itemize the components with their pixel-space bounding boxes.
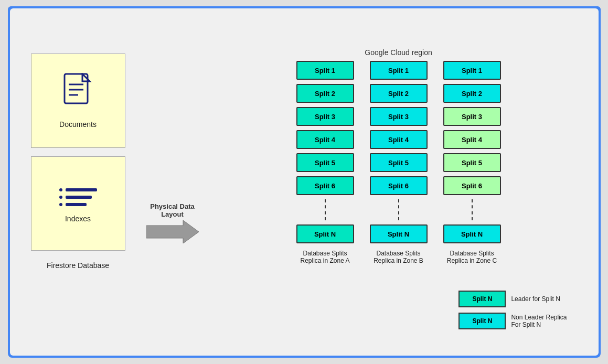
zone-c-split-1: Split 1 (443, 61, 501, 80)
zone-a-column: Split 1 Split 2 Split 3 Split 4 Split 5 … (296, 61, 354, 264)
zone-c-dashed-line (472, 199, 473, 220)
zone-b-split-3: Split 3 (370, 107, 428, 126)
zone-b-column: Split 1 Split 2 Split 3 Split 4 Split 5 … (370, 61, 428, 264)
legend-non-leader: Split N Non Leader ReplicaFor Split N (458, 313, 567, 329)
documents-box: Documents (31, 53, 125, 148)
inner-frame: Documents Indexes Firestore Database Phy… (10, 8, 599, 356)
zone-c-split-n: Split N (443, 224, 501, 243)
zone-b-label: Database SplitsReplica in Zone B (374, 250, 423, 264)
left-panel: Documents Indexes Firestore Database (20, 48, 136, 345)
zone-b-split-4: Split 4 (370, 130, 428, 149)
zone-a-split-3: Split 3 (296, 107, 354, 126)
zone-c-split-4: Split 4 (443, 130, 501, 149)
index-icon (55, 184, 101, 210)
svg-rect-0 (65, 74, 88, 103)
zone-b-split-6: Split 6 (370, 176, 428, 195)
zone-b-split-n: Split N (370, 224, 428, 243)
svg-marker-4 (146, 220, 199, 243)
document-icon (62, 73, 94, 116)
zone-a-split-5: Split 5 (296, 153, 354, 172)
zone-c-split-6: Split 6 (443, 176, 501, 195)
region-label: Google Cloud region (209, 48, 588, 57)
zone-c-split-5: Split 5 (443, 153, 501, 172)
legend: Split N Leader for Split N Split N Non L… (458, 291, 567, 329)
zone-c-split-3: Split 3 (443, 107, 501, 126)
zone-a-split-6: Split 6 (296, 176, 354, 195)
zone-a-split-1: Split 1 (296, 61, 354, 80)
legend-leader: Split N Leader for Split N (458, 291, 567, 307)
zone-a-label: Database SplitsReplica in Zone A (300, 250, 349, 264)
outer-frame: Google Cloud (8, 6, 601, 358)
zone-b-split-2: Split 2 (370, 84, 428, 103)
legend-non-leader-box: Split N (458, 313, 506, 329)
zone-a-dashed-line (325, 199, 326, 220)
zone-a-split-n: Split N (296, 224, 354, 243)
zone-b-split-5: Split 5 (370, 153, 428, 172)
indexes-box: Indexes (31, 156, 125, 251)
zone-a-split-4: Split 4 (296, 130, 354, 149)
zone-c-split-2: Split 2 (443, 84, 501, 103)
legend-non-leader-text: Non Leader ReplicaFor Split N (511, 314, 567, 328)
zone-c-column: Split 1 Split 2 Split 3 Split 4 Split 5 … (443, 61, 501, 264)
firestore-title: Firestore Database (47, 261, 109, 270)
arrow-area: Physical DataLayout (136, 48, 209, 345)
arrow-shape (146, 220, 199, 243)
legend-leader-box: Split N (458, 291, 506, 307)
zone-b-dashed-line (398, 199, 399, 220)
documents-label: Documents (59, 120, 97, 129)
zone-c-label: Database SplitsReplica in Zone C (447, 250, 497, 264)
splits-container: Split 1 Split 2 Split 3 Split 4 Split 5 … (209, 61, 588, 264)
zone-a-split-2: Split 2 (296, 84, 354, 103)
zone-b-split-1: Split 1 (370, 61, 428, 80)
indexes-label: Indexes (65, 215, 91, 223)
arrow-label: Physical DataLayout (150, 202, 195, 218)
right-panel: Google Cloud region Split 1 Split 2 Spli… (209, 48, 588, 345)
content-area: Documents Indexes Firestore Database Phy… (20, 48, 588, 345)
legend-leader-text: Leader for Split N (511, 295, 560, 303)
